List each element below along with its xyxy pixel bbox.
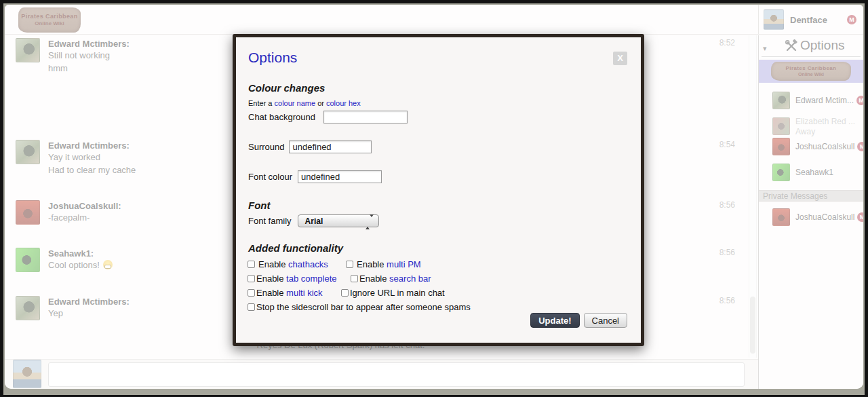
checkbox-option: Ignore URL in main chat [341,288,445,298]
checkbox-option: Enable multi PM [346,259,421,269]
section-heading-colour: Colour changes [248,82,325,94]
tab-complete-link[interactable]: tab complete [286,273,336,284]
section-heading-added: Added functionality [248,242,343,254]
search-bar-link[interactable]: search bar [389,273,431,284]
font-colour-label: Font colour [248,172,292,182]
enable-tab-complete-checkbox[interactable] [248,275,255,282]
surround-input[interactable] [289,140,372,153]
cancel-button[interactable]: Cancel [584,313,627,328]
section-heading-font: Font [248,200,270,211]
font-family-label: Font family [248,216,292,226]
chat-background-input[interactable] [323,111,408,124]
close-button[interactable]: X [613,52,627,65]
enable-multi-pm-checkbox[interactable] [346,261,353,268]
checkbox-option: Enable search bar [351,273,431,284]
checkbox-option: Enable chathacks [248,259,346,269]
select-arrows-icon [366,217,374,227]
font-colour-input[interactable] [298,170,382,183]
chat-background-row: Chat background [248,111,408,124]
checkbox-option: Enable multi kick [248,288,341,298]
ignore-url-checkbox[interactable] [341,289,349,297]
update-button[interactable]: Update! [530,313,579,328]
checkbox-option: Stop the sidescroll bar to appear after … [248,302,471,312]
colour-hint: Enter a colour name or colour hex [248,99,361,107]
stop-sidescroll-checkbox[interactable] [248,303,255,311]
font-family-row: Font family Arial [248,214,379,227]
enable-search-bar-checkbox[interactable] [351,275,358,282]
checkbox-option: Enable tab complete [248,273,351,284]
chathacks-link[interactable]: chathacks [288,259,328,269]
enable-multi-kick-checkbox[interactable] [248,289,255,297]
surround-row: Surround [248,140,372,153]
surround-label: Surround [248,142,284,152]
options-dialog: Options X Colour changes Enter a colour … [233,34,644,346]
enable-chathacks-checkbox[interactable] [248,261,255,268]
chat-background-label: Chat background [248,112,315,122]
font-family-select[interactable]: Arial [298,214,379,227]
multi-pm-link[interactable]: multi PM [387,259,421,269]
dialog-buttons: Update! Cancel [530,313,627,328]
multi-kick-link[interactable]: multi kick [286,288,322,298]
font-colour-row: Font colour [248,170,382,183]
dialog-title: Options [248,50,297,66]
colour-name-link[interactable]: colour name [275,99,316,107]
colour-hex-link[interactable]: colour hex [326,99,361,107]
